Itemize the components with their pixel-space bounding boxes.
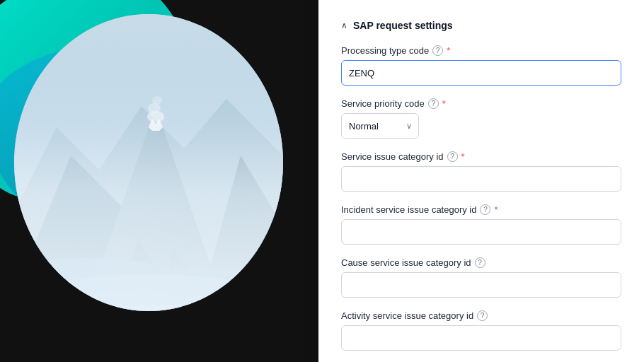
activity-service-issue-category-id-label: Activity service issue category id ? <box>341 310 621 321</box>
cause-service-issue-category-id-group: Cause service issue category id ? <box>341 257 621 298</box>
section-title: SAP request settings <box>353 20 453 31</box>
incident-service-issue-category-id-label: Incident service issue category id ? * <box>341 204 621 215</box>
service-issue-category-id-help-icon[interactable]: ? <box>447 151 458 162</box>
section-header: ∧ SAP request settings <box>341 20 621 31</box>
chevron-up-icon: ∧ <box>341 21 347 30</box>
processing-type-code-required: * <box>447 45 450 56</box>
processing-type-code-help-icon[interactable]: ? <box>432 45 443 56</box>
activity-service-issue-category-id-help-icon[interactable]: ? <box>477 310 488 321</box>
processing-type-code-label: Processing type code ? * <box>341 45 621 56</box>
cause-service-issue-category-id-help-icon[interactable]: ? <box>475 257 485 268</box>
activity-service-issue-category-id-input[interactable] <box>341 325 621 351</box>
service-issue-category-id-input[interactable] <box>341 166 621 192</box>
cause-service-issue-category-id-label: Cause service issue category id ? <box>341 257 621 268</box>
processing-type-code-input[interactable] <box>341 60 621 86</box>
form-panel: ∧ SAP request settings Processing type c… <box>318 0 644 362</box>
service-priority-code-label: Service priority code ? * <box>341 98 621 109</box>
incident-service-issue-category-id-help-icon[interactable]: ? <box>480 204 490 215</box>
processing-type-code-group: Processing type code ? * <box>341 45 621 86</box>
cause-service-issue-category-id-input[interactable] <box>341 272 621 298</box>
mountain-illustration <box>14 14 283 311</box>
service-issue-category-id-required: * <box>461 151 465 162</box>
activity-service-issue-category-id-group: Activity service issue category id ? <box>341 310 621 351</box>
incident-service-issue-category-id-group: Incident service issue category id ? * <box>341 204 621 245</box>
incident-service-issue-category-id-input[interactable] <box>341 219 621 245</box>
service-priority-code-group: Service priority code ? * Normal High Lo… <box>341 98 621 139</box>
service-issue-category-id-label: Service issue category id ? * <box>341 151 621 162</box>
service-priority-code-select-wrapper: Normal High Low Urgent ∨ <box>341 113 419 139</box>
service-priority-code-select[interactable]: Normal High Low Urgent <box>341 113 419 139</box>
service-priority-code-required: * <box>442 98 446 109</box>
service-priority-code-help-icon[interactable]: ? <box>428 98 439 109</box>
incident-service-issue-category-id-required: * <box>494 204 498 215</box>
service-issue-category-id-group: Service issue category id ? * <box>341 151 621 192</box>
